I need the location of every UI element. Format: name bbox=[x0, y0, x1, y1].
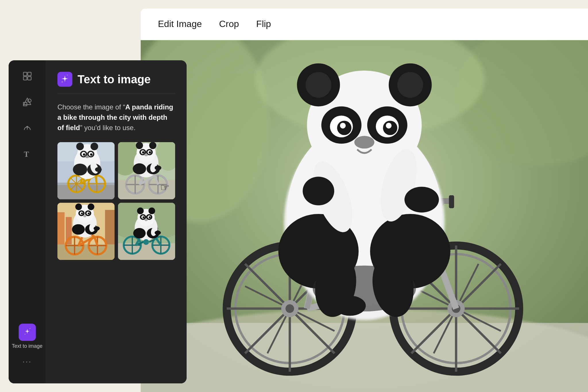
svg-point-136 bbox=[149, 151, 151, 154]
sidebar-item-upload[interactable] bbox=[20, 121, 34, 135]
editor-toolbar: Edit Image Crop Flip bbox=[141, 9, 588, 40]
panel-header-icon bbox=[57, 72, 72, 87]
svg-point-63 bbox=[405, 187, 439, 213]
svg-point-104 bbox=[90, 153, 92, 156]
panda-main-image bbox=[141, 40, 588, 392]
svg-point-198 bbox=[149, 216, 151, 218]
svg-point-168 bbox=[88, 213, 90, 215]
svg-point-158 bbox=[72, 224, 85, 235]
sidebar: T Text to image ··· bbox=[9, 60, 46, 383]
svg-rect-70 bbox=[23, 77, 27, 80]
svg-point-139 bbox=[155, 165, 161, 170]
sidebar-tti-label: Text to image bbox=[12, 343, 42, 349]
image-editor-panel: Edit Image Crop Flip bbox=[141, 9, 588, 392]
main-content: Text to image Choose the image of “A pan… bbox=[46, 60, 187, 383]
grid-image-4[interactable] bbox=[118, 203, 175, 260]
svg-point-201 bbox=[155, 231, 161, 235]
svg-point-61 bbox=[303, 177, 334, 205]
sidebar-item-text[interactable]: T bbox=[20, 146, 34, 161]
svg-point-161 bbox=[75, 203, 82, 210]
panel-header: Text to image bbox=[57, 72, 175, 87]
svg-point-59 bbox=[354, 136, 374, 148]
svg-point-105 bbox=[85, 156, 89, 158]
svg-rect-71 bbox=[28, 77, 31, 80]
svg-point-191 bbox=[137, 208, 144, 214]
svg-point-202 bbox=[143, 239, 149, 245]
svg-point-98 bbox=[90, 143, 98, 150]
panel-description: Choose the image of “A panda riding a bi… bbox=[57, 102, 175, 133]
svg-point-66 bbox=[334, 296, 366, 316]
svg-point-94 bbox=[73, 164, 87, 175]
sidebar-item-layout[interactable] bbox=[20, 69, 34, 83]
svg-point-171 bbox=[94, 226, 100, 231]
sidebar-bottom: Text to image ··· bbox=[12, 324, 42, 375]
sidebar-more-button[interactable]: ··· bbox=[22, 354, 32, 369]
crop-tab[interactable]: Crop bbox=[219, 16, 239, 33]
svg-point-137 bbox=[144, 154, 148, 156]
svg-point-15 bbox=[285, 304, 294, 313]
svg-point-130 bbox=[149, 142, 156, 149]
grid-image-3[interactable] bbox=[57, 203, 115, 260]
svg-point-197 bbox=[142, 216, 144, 218]
svg-point-169 bbox=[83, 215, 87, 217]
svg-rect-69 bbox=[28, 72, 31, 76]
image-grid: ☞ bbox=[57, 142, 175, 260]
svg-rect-5 bbox=[141, 323, 588, 392]
svg-text:T: T bbox=[24, 150, 29, 159]
svg-rect-35 bbox=[449, 195, 454, 208]
svg-point-103 bbox=[83, 153, 85, 156]
svg-point-58 bbox=[386, 123, 392, 128]
svg-point-57 bbox=[340, 123, 346, 128]
svg-point-49 bbox=[305, 72, 331, 98]
editor-image-container bbox=[141, 40, 588, 392]
svg-point-162 bbox=[88, 203, 94, 210]
svg-point-167 bbox=[81, 213, 83, 215]
panel-divider bbox=[57, 94, 175, 94]
text-to-image-icon bbox=[19, 324, 36, 341]
grid-image-1[interactable] bbox=[57, 142, 115, 199]
svg-point-129 bbox=[136, 142, 143, 149]
svg-point-199 bbox=[144, 219, 148, 221]
edit-image-tab[interactable]: Edit Image bbox=[158, 16, 202, 33]
left-panel: T Text to image ··· bbox=[9, 60, 187, 383]
svg-point-107 bbox=[95, 167, 102, 172]
svg-point-97 bbox=[76, 143, 84, 150]
svg-rect-77 bbox=[57, 183, 115, 199]
svg-point-135 bbox=[142, 151, 144, 154]
grid-image-2[interactable]: ☞ bbox=[118, 142, 175, 199]
svg-rect-68 bbox=[23, 72, 27, 76]
flip-tab[interactable]: Flip bbox=[256, 16, 271, 33]
svg-point-67 bbox=[374, 273, 406, 293]
panel-title: Text to image bbox=[78, 73, 151, 86]
sidebar-item-shapes[interactable] bbox=[20, 95, 34, 109]
svg-point-192 bbox=[148, 208, 155, 214]
svg-point-126 bbox=[133, 163, 146, 174]
svg-line-89 bbox=[96, 175, 97, 184]
svg-point-188 bbox=[133, 228, 146, 238]
sidebar-item-text-to-image[interactable]: Text to image bbox=[12, 324, 42, 349]
svg-point-50 bbox=[397, 72, 423, 98]
